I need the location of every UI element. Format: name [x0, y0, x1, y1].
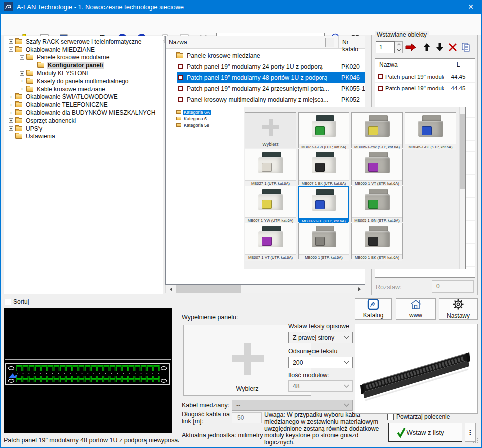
expander-icon[interactable]: +: [20, 79, 24, 83]
tree-item[interactable]: +UPS'y: [4, 125, 163, 133]
expander-icon[interactable]: -: [9, 47, 13, 52]
tree-item[interactable]: +Osprzęt abonencki: [4, 117, 163, 125]
header-dropdown-button[interactable]: [325, 38, 334, 47]
insert-from-list-button[interactable]: Wstaw z listy: [388, 423, 462, 442]
choose-tile[interactable]: Wybierz: [245, 112, 296, 148]
column-name-header[interactable]: Nazwa: [169, 39, 187, 46]
product-group-row[interactable]: - Panele krosowe miedziane: [166, 50, 365, 61]
tree-item-label[interactable]: Osprzęt abonencki: [25, 117, 77, 124]
tree-item-label[interactable]: Okablowanie MIEDZIANE: [25, 46, 96, 53]
expander-icon[interactable]: +: [20, 87, 24, 91]
spin-down-button[interactable]: [395, 47, 402, 53]
cad-preview[interactable]: [4, 308, 172, 433]
expander-icon[interactable]: -: [20, 55, 24, 60]
copy-row-button[interactable]: [460, 41, 472, 53]
move-down-button[interactable]: [434, 41, 446, 53]
keystone-tile[interactable]: MB007-1-VT (UTP, kat.6A): [245, 223, 296, 259]
tree-item[interactable]: Ustawienia: [4, 133, 163, 141]
tree-item-label[interactable]: Okablowanie TELEFONICZNE: [25, 101, 109, 108]
count-input[interactable]: 1: [376, 41, 395, 53]
sort-checkbox[interactable]: [5, 299, 11, 305]
keystone-tile[interactable]: MB045-1-BL (STP, kat.6A): [405, 112, 456, 148]
tree-item-label[interactable]: Okablowanie dla BUDYNKÓW MIESZKALNYCH: [25, 109, 156, 116]
keystone-tile[interactable]: MB027-1 (UTP, kat.6A): [245, 149, 296, 185]
product-row[interactable]: Patch panel 19'' modularny 24 przesunięt…: [166, 83, 365, 94]
tree-item[interactable]: +Okablowanie dla BUDYNKÓW MIESZKALNYCH: [4, 109, 163, 117]
nastawy-button[interactable]: Nastawy: [439, 298, 478, 320]
move-up-button[interactable]: [421, 41, 433, 53]
vertical-scrollbar[interactable]: [459, 107, 465, 269]
keystone-tile-selected[interactable]: MB007-1-BL (UTP, kat.6A): [298, 186, 349, 222]
expander-icon[interactable]: +: [9, 103, 13, 107]
product-row[interactable]: Patch panel 19'' modularny 24 porty 1U z…: [166, 61, 365, 72]
keystone-tile[interactable]: MB005-1-YW (STP, kat.6A): [351, 112, 403, 148]
keystone-tile[interactable]: MB007-1-BK (UTP, kat.6A): [298, 149, 349, 185]
product-row[interactable]: Panel krosowy multimedialny modularny z …: [166, 94, 365, 105]
tree-item-label[interactable]: Ustawienia: [25, 133, 56, 140]
category-item[interactable]: Kategoria 6: [176, 115, 244, 122]
product-name[interactable]: Patch panel 19'' modularny 24 porty 1U z…: [187, 63, 323, 70]
www-button[interactable]: www: [396, 298, 436, 320]
keystone-tile[interactable]: MB005-1-VT (STP, kat.6A): [351, 149, 403, 185]
insert-arrow-button[interactable]: [405, 41, 417, 53]
objects-col-name[interactable]: Nazwa: [379, 61, 398, 68]
expander-icon[interactable]: -: [170, 54, 174, 58]
count-spinner[interactable]: [395, 41, 403, 53]
tree-item[interactable]: +Kable krosowe miedziane: [4, 85, 163, 93]
objects-col-l[interactable]: L: [442, 61, 475, 68]
keystone-tile[interactable]: MB027-1-GN (UTP, kat.6A): [298, 112, 349, 148]
close-button[interactable]: ✕: [459, 0, 482, 14]
scrollbar-thumb[interactable]: [460, 114, 465, 189]
object-row[interactable]: Patch panel 19" modula... 44.45: [375, 83, 475, 94]
tree-item-label[interactable]: Kable krosowe miedziane: [36, 86, 106, 93]
texts-select[interactable]: Z prawej strony: [288, 332, 353, 343]
tree-item[interactable]: -Okablowanie MIEDZIANE: [4, 46, 163, 54]
scroll-right-arrow[interactable]: [358, 287, 363, 291]
category-label[interactable]: Kategoria 6A: [183, 110, 211, 115]
modules-select[interactable]: 48: [288, 380, 353, 392]
horizontal-scrollbar[interactable]: [165, 285, 365, 293]
expander-icon[interactable]: +: [9, 118, 13, 123]
keystone-tile[interactable]: MB007-1-YW (UTP, kat.6A): [245, 186, 296, 222]
tree-item-label[interactable]: UPS'y: [25, 125, 43, 132]
group-label[interactable]: Panele krosowe miedziane: [186, 52, 261, 59]
scrollbar-thumb[interactable]: [176, 285, 241, 293]
product-name[interactable]: Patch panel 19'' modularny 24 przesunięt…: [187, 85, 329, 92]
tree-item-selected[interactable]: Konfigurator paneli: [4, 61, 163, 69]
category-label[interactable]: Kategoria 5e: [183, 123, 210, 128]
tree-item-label[interactable]: Kasety do panela multimedialnego: [36, 78, 129, 85]
product-row-selected[interactable]: Patch panel 19'' modularny 48 portów 1U …: [166, 72, 365, 83]
repeat-checkbox[interactable]: [387, 414, 394, 420]
tree-item-label[interactable]: Szafy RACK serwerowe i teleinformatyczne: [25, 38, 142, 45]
tree-item[interactable]: +Okablowanie TELEFONICZNE: [4, 101, 163, 109]
scroll-left-arrow[interactable]: [168, 287, 172, 291]
keystone-tile[interactable]: MB005-1-BK (STP, kat.6A): [351, 223, 403, 259]
product-name[interactable]: Panel krosowy multimedialny modularny z …: [187, 96, 328, 103]
tree-item[interactable]: +Szafy RACK serwerowe i teleinformatyczn…: [4, 38, 163, 46]
category-label[interactable]: Kategoria 6: [183, 116, 208, 121]
category-item-selected[interactable]: Kategoria 6A: [176, 109, 244, 115]
expander-icon[interactable]: +: [9, 126, 13, 131]
object-row[interactable]: Patch panel 19" modula... 44.45: [375, 71, 475, 83]
expander-icon[interactable]: +: [9, 111, 13, 115]
spin-up-button[interactable]: [395, 42, 402, 47]
tree-item-label[interactable]: Moduły KEYSTONE: [36, 70, 91, 77]
remove-button[interactable]: [447, 41, 459, 53]
tree-item[interactable]: +Okablowanie ŚWIATŁOWODOWE: [4, 93, 163, 101]
expander-icon[interactable]: +: [20, 71, 24, 76]
resize-grip[interactable]: [472, 437, 479, 444]
tree-item-label[interactable]: Okablowanie ŚWIATŁOWODOWE: [25, 93, 119, 100]
tree-item[interactable]: +Kasety do panela multimedialnego: [4, 77, 163, 85]
tree-item[interactable]: +Moduły KEYSTONE: [4, 69, 163, 77]
category-item[interactable]: Kategoria 5e: [176, 122, 244, 128]
tree-item[interactable]: -Panele krosowe modularne: [4, 54, 163, 62]
offset-select[interactable]: 200: [288, 357, 353, 368]
katalog-button[interactable]: Katalog: [355, 298, 392, 320]
keystone-tile[interactable]: MB005-1 (STP, kat.6A): [298, 223, 349, 259]
keystone-tile[interactable]: MB005-1-GN (STP, kat.6A): [351, 186, 403, 222]
expander-icon[interactable]: +: [9, 95, 13, 99]
tree-item-label[interactable]: Panele krosowe modularne: [36, 54, 110, 61]
product-name[interactable]: Patch panel 19'' modularny 48 portów 1U …: [187, 74, 327, 81]
tree-item-label[interactable]: Konfigurator paneli: [47, 62, 104, 69]
expander-icon[interactable]: +: [9, 39, 13, 44]
